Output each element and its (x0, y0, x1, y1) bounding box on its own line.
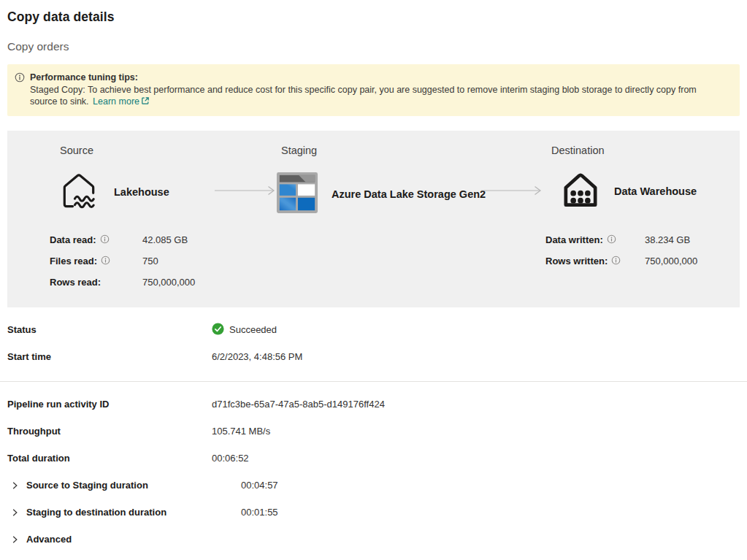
azure-data-lake-storage-icon (276, 172, 318, 217)
staging-to-destination-duration-label: Staging to destination duration (26, 507, 166, 518)
status-label: Status (7, 324, 212, 335)
throughput-value: 105.741 MB/s (212, 426, 270, 437)
data-written-value: 38.234 GB (645, 234, 690, 245)
banner-message: Staged Copy: To achieve best performance… (30, 84, 717, 108)
staging-to-destination-duration-expander[interactable]: Staging to destination duration (7, 507, 241, 518)
banner-title: Performance tuning tips: (30, 72, 717, 83)
source-node: Lakehouse (57, 167, 169, 217)
throughput-row: Throughput 105.741 MB/s (7, 418, 740, 445)
flow-arrow-icon (214, 185, 275, 199)
destination-header: Destination (551, 145, 605, 156)
read-stats: Data read: 42.085 GB Files read: 750 Row… (50, 229, 195, 293)
files-read-row: Files read: 750 (50, 250, 195, 272)
data-written-label: Data written: (545, 234, 603, 245)
banner-content: Performance tuning tips: Staged Copy: To… (30, 72, 717, 108)
staging-node: Azure Data Lake Storage Gen2 (276, 172, 486, 217)
chevron-right-icon (10, 508, 19, 517)
source-name: Lakehouse (114, 186, 169, 198)
staging-name: Azure Data Lake Storage Gen2 (332, 188, 486, 200)
info-icon (15, 72, 25, 85)
source-to-staging-duration-value: 00:04:57 (241, 480, 278, 491)
flow-arrow-icon (480, 185, 542, 199)
succeeded-check-icon (212, 323, 224, 337)
total-duration-label: Total duration (7, 453, 212, 464)
performance-tips-banner: Performance tuning tips: Staged Copy: To… (7, 64, 740, 116)
total-duration-value: 00:06:52 (212, 453, 249, 464)
staging-to-destination-duration-value: 00:01:55 (241, 507, 278, 518)
pipeline-run-activity-id-row: Pipeline run activity ID d71fc3be-65a7-4… (7, 391, 740, 418)
rows-written-label: Rows written: (545, 256, 608, 266)
rows-written-value: 750,000,000 (645, 256, 697, 266)
rows-written-row: Rows written: 750,000,000 (545, 250, 697, 272)
pipeline-run-activity-id-value: d71fc3be-65a7-47a5-8ab5-d149176ff424 (212, 399, 385, 410)
section-divider (0, 381, 747, 382)
staging-header: Staging (281, 145, 317, 156)
rows-read-row: Rows read: 750,000,000 (50, 272, 195, 293)
learn-more-link[interactable]: Learn more (93, 96, 139, 107)
advanced-row: Advanced (7, 526, 740, 553)
run-metrics: Pipeline run activity ID d71fc3be-65a7-4… (7, 391, 740, 553)
info-icon[interactable] (100, 234, 110, 246)
start-time-value: 6/2/2023, 4:48:56 PM (212, 351, 302, 362)
files-read-value: 750 (142, 256, 158, 266)
pipeline-run-activity-id-label: Pipeline run activity ID (7, 399, 212, 410)
copy-data-details-panel: Copy data details Copy orders Performanc… (0, 0, 747, 560)
copy-activity-name: Copy orders (7, 40, 740, 53)
destination-name: Data Warehouse (614, 185, 697, 197)
data-warehouse-icon (559, 166, 602, 216)
files-read-label: Files read: (50, 256, 97, 266)
page-title: Copy data details (7, 9, 740, 25)
source-to-staging-duration-row: Source to Staging duration 00:04:57 (7, 472, 740, 499)
info-icon[interactable] (611, 256, 621, 267)
data-read-row: Data read: 42.085 GB (50, 229, 195, 250)
source-to-staging-duration-expander[interactable]: Source to Staging duration (7, 480, 241, 491)
info-icon[interactable] (101, 256, 110, 267)
status-row: Status Succeeded (7, 316, 740, 343)
chevron-right-icon (10, 481, 19, 490)
chevron-right-icon (10, 535, 19, 544)
start-time-label: Start time (7, 351, 212, 362)
destination-node: Data Warehouse (559, 166, 697, 216)
staging-to-destination-duration-row: Staging to destination duration 00:01:55 (7, 499, 740, 526)
copy-flow-panel: Source Staging Destination Lakehouse (7, 131, 740, 307)
status-value: Succeeded (229, 324, 277, 335)
data-read-value: 42.085 GB (142, 234, 188, 245)
source-header: Source (60, 145, 93, 156)
advanced-label: Advanced (26, 534, 72, 545)
start-time-row: Start time 6/2/2023, 4:48:56 PM (7, 343, 740, 370)
total-duration-row: Total duration 00:06:52 (7, 445, 740, 472)
external-link-icon[interactable] (141, 97, 150, 107)
data-read-label: Data read: (50, 234, 96, 245)
source-to-staging-duration-label: Source to Staging duration (26, 480, 148, 491)
advanced-expander[interactable]: Advanced (7, 534, 241, 545)
data-written-row: Data written: 38.234 GB (545, 229, 697, 250)
throughput-label: Throughput (7, 426, 212, 437)
run-summary: Status Succeeded Start time 6/2/2023, 4:… (7, 316, 740, 370)
lakehouse-icon (57, 167, 101, 217)
rows-read-value: 750,000,000 (142, 277, 195, 288)
write-stats: Data written: 38.234 GB Rows written: 75… (545, 229, 697, 272)
rows-read-label: Rows read: (50, 277, 101, 288)
info-icon[interactable] (607, 234, 616, 246)
